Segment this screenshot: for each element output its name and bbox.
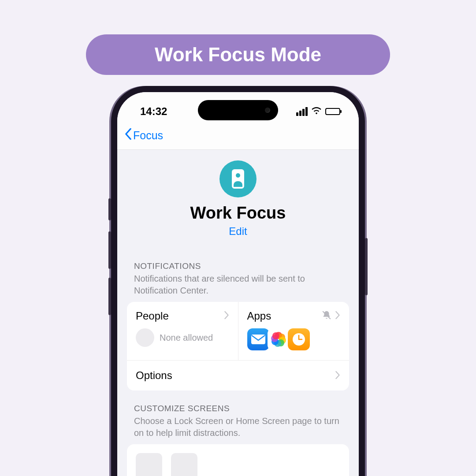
phone-side-button [108, 198, 111, 220]
phone-volume-down [108, 278, 111, 315]
people-status: None allowed [160, 333, 213, 343]
lock-screen-thumb[interactable] [136, 453, 162, 476]
people-cell[interactable]: People None allowed [127, 302, 238, 360]
allowed-apps [247, 328, 308, 350]
phone-power-button [365, 238, 368, 295]
focus-title: Work Focus [190, 204, 286, 223]
section-header: CUSTOMIZE SCREENS [127, 404, 349, 415]
focus-badge-icon [219, 160, 257, 197]
status-time: 14:32 [140, 105, 167, 118]
section-subtitle: Choose a Lock Screen or Home Screen page… [127, 415, 349, 444]
notifications-section: NOTIFICATIONS Notifications that are sil… [117, 248, 359, 390]
page-banner: Work Focus Mode [86, 34, 390, 75]
photos-app-icon [268, 328, 290, 350]
apps-title: Apps [247, 310, 271, 322]
wifi-icon [311, 107, 322, 116]
back-label: Focus [133, 129, 163, 142]
phone-volume-up [108, 231, 111, 269]
customize-section: CUSTOMIZE SCREENS Choose a Lock Screen o… [117, 390, 359, 476]
svg-point-11 [272, 332, 279, 339]
back-button[interactable]: Focus [124, 128, 163, 142]
cellular-icon [296, 107, 308, 116]
chevron-right-icon [335, 311, 340, 321]
nav-bar: Focus [117, 123, 359, 150]
chevron-right-icon [224, 311, 229, 321]
people-title: People [136, 310, 169, 322]
dynamic-island [198, 100, 278, 120]
screens-card [127, 444, 349, 476]
phone-screen: 14:32 Focus [117, 92, 359, 476]
banner-title: Work Focus Mode [155, 44, 321, 66]
edit-button[interactable]: Edit [229, 225, 247, 238]
section-subtitle: Notifications that are silenced will be … [127, 273, 349, 302]
options-label: Options [136, 369, 172, 382]
phone-frame: 14:32 Focus [111, 86, 365, 476]
mail-app-icon [247, 328, 269, 350]
svg-point-1 [236, 173, 240, 178]
home-screen-thumb[interactable] [171, 453, 197, 476]
notifications-card: People None allowed [127, 302, 349, 390]
chevron-left-icon [124, 128, 132, 142]
empty-avatar-icon [136, 328, 154, 347]
apps-cell[interactable]: Apps [238, 302, 350, 360]
muted-bell-icon [322, 310, 331, 322]
focus-hero: Work Focus Edit [117, 150, 359, 248]
section-header: NOTIFICATIONS [127, 261, 349, 273]
chevron-right-icon [335, 369, 340, 382]
battery-icon [325, 108, 340, 115]
clock-app-icon [288, 328, 310, 350]
options-cell[interactable]: Options [127, 361, 349, 390]
status-right [296, 107, 340, 116]
content-area: Work Focus Edit NOTIFICATIONS Notificati… [117, 150, 359, 476]
